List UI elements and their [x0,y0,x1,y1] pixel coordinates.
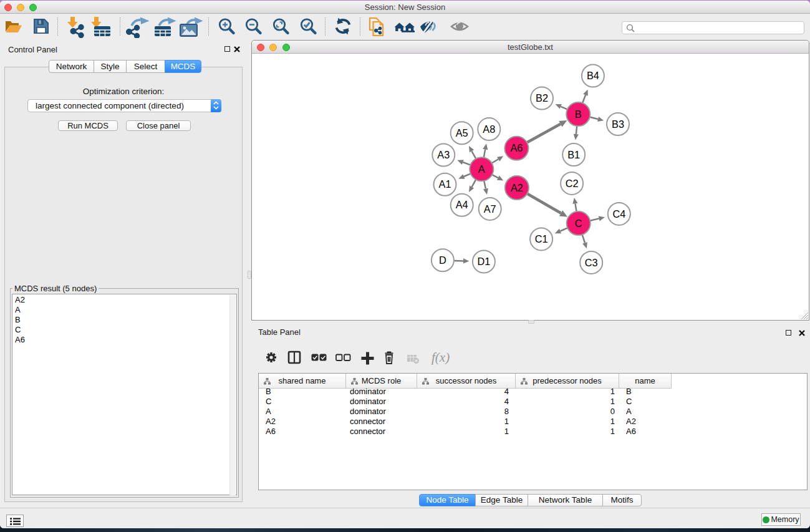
svg-text:B: B [575,109,582,120]
svg-text:C2: C2 [566,178,579,189]
svg-text:D1: D1 [477,256,490,267]
svg-text:A1: A1 [439,178,451,190]
svg-text:f(x): f(x) [432,350,450,365]
svg-text:C4: C4 [612,208,625,220]
svg-text:B4: B4 [587,70,599,81]
svg-text:A4: A4 [456,199,468,210]
svg-text:B3: B3 [612,118,624,130]
svg-text:A6: A6 [510,142,523,153]
svg-text:A2: A2 [511,182,523,193]
svg-text:D: D [439,254,446,266]
svg-text:B1: B1 [567,149,580,160]
svg-text:A8: A8 [483,123,495,135]
svg-text:B2: B2 [536,92,548,104]
svg-text:A5: A5 [456,127,468,138]
svg-text:A: A [478,163,485,175]
svg-text:C1: C1 [535,233,548,244]
svg-text:C: C [575,218,582,229]
svg-text:A7: A7 [484,203,496,215]
svg-text:A3: A3 [437,149,450,160]
svg-text:C3: C3 [585,257,598,268]
